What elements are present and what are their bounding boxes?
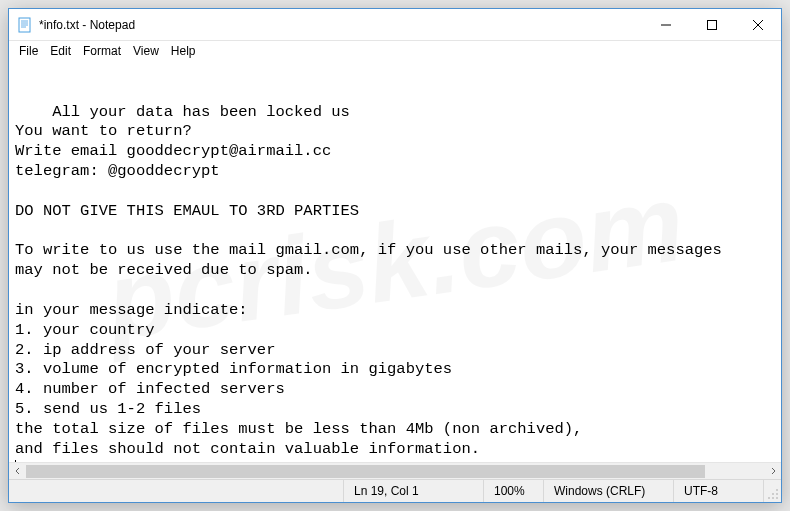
menu-help[interactable]: Help bbox=[165, 43, 202, 59]
minimize-button[interactable] bbox=[643, 9, 689, 40]
menu-format[interactable]: Format bbox=[77, 43, 127, 59]
menu-view[interactable]: View bbox=[127, 43, 165, 59]
statusbar: Ln 19, Col 1 100% Windows (CRLF) UTF-8 bbox=[9, 479, 781, 502]
text-caret bbox=[15, 460, 16, 462]
maximize-icon bbox=[707, 20, 717, 30]
close-icon bbox=[753, 20, 763, 30]
scroll-track[interactable] bbox=[26, 463, 764, 480]
menu-file[interactable]: File bbox=[13, 43, 44, 59]
status-position: Ln 19, Col 1 bbox=[343, 480, 483, 502]
status-zoom: 100% bbox=[483, 480, 543, 502]
horizontal-scrollbar[interactable] bbox=[9, 462, 781, 479]
svg-point-9 bbox=[776, 489, 778, 491]
svg-rect-6 bbox=[708, 20, 717, 29]
window-title: *info.txt - Notepad bbox=[39, 18, 135, 32]
status-lineending: Windows (CRLF) bbox=[543, 480, 673, 502]
notepad-icon bbox=[17, 17, 33, 33]
svg-point-11 bbox=[776, 493, 778, 495]
scroll-left-arrow-icon[interactable] bbox=[9, 463, 26, 480]
svg-point-14 bbox=[776, 497, 778, 499]
menubar: File Edit Format View Help bbox=[9, 41, 781, 61]
scroll-right-arrow-icon[interactable] bbox=[764, 463, 781, 480]
maximize-button[interactable] bbox=[689, 9, 735, 40]
resize-grip-icon bbox=[767, 488, 779, 500]
text-area[interactable]: pcrisk.com All your data has been locked… bbox=[9, 61, 781, 462]
scroll-thumb[interactable] bbox=[26, 465, 705, 478]
svg-point-12 bbox=[768, 497, 770, 499]
notepad-window: *info.txt - Notepad File Edit Format Vie… bbox=[8, 8, 782, 503]
text-content: All your data has been locked us You wan… bbox=[15, 103, 722, 462]
close-button[interactable] bbox=[735, 9, 781, 40]
resize-grip[interactable] bbox=[763, 480, 781, 502]
titlebar[interactable]: *info.txt - Notepad bbox=[9, 9, 781, 41]
menu-edit[interactable]: Edit bbox=[44, 43, 77, 59]
svg-point-13 bbox=[772, 497, 774, 499]
svg-point-10 bbox=[772, 493, 774, 495]
status-encoding: UTF-8 bbox=[673, 480, 763, 502]
minimize-icon bbox=[661, 20, 671, 30]
